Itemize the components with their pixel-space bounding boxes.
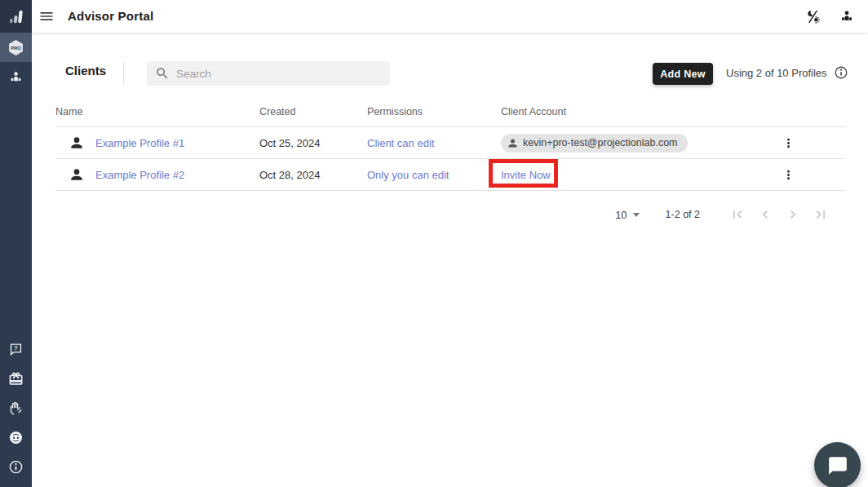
chevron-down-icon (633, 213, 640, 217)
next-page-button[interactable] (783, 205, 803, 224)
pro-badge-icon: PRO (7, 39, 24, 56)
table-row: Example Profile #2 Oct 28, 2024 Only you… (55, 159, 846, 191)
permissions-link[interactable]: Only you can edit (367, 169, 449, 181)
permissions-link[interactable]: Client can edit (367, 137, 434, 149)
profile-avatar-icon (69, 135, 85, 151)
profile-avatar-icon (69, 166, 85, 183)
svg-text:PRO: PRO (11, 45, 21, 50)
account-icon (839, 8, 855, 24)
clients-icon (8, 69, 24, 85)
appbar: Advisor Portal (32, 0, 868, 33)
client-account-chip: kevin+pro-test@projectionlab.com (501, 134, 688, 153)
search-input[interactable] (176, 68, 382, 80)
table-header-row: Name Created Permissions Client Account (55, 96, 846, 127)
profile-name-link[interactable]: Example Profile #2 (95, 169, 184, 181)
sidebar-item-pro[interactable]: PRO (0, 33, 32, 62)
profile-name-link[interactable]: Example Profile #1 (95, 137, 184, 149)
chat-bubble-icon (827, 455, 848, 476)
kebab-icon (782, 168, 795, 182)
sidebar-item-feedback[interactable]: ? (0, 334, 32, 364)
hamburger-icon (38, 8, 55, 24)
table-row: Example Profile #1 Oct 25, 2024 Client c… (55, 127, 846, 159)
section-heading: Clients (65, 64, 106, 77)
sidebar-item-discord[interactable] (0, 423, 32, 452)
search-icon (155, 66, 170, 81)
sidebar-item-clients[interactable] (0, 62, 32, 91)
discord-icon (8, 430, 24, 445)
profile-usage-label: Using 2 of 10 Profiles (726, 67, 827, 79)
row-menu-button[interactable] (778, 133, 798, 153)
table-pagination: 10 1-2 of 2 (55, 202, 846, 227)
hand-icon (8, 401, 24, 416)
logo-bars-icon (7, 7, 25, 25)
column-header-permissions[interactable]: Permissions (367, 106, 501, 117)
chevron-left-icon (757, 206, 773, 223)
chat-fab-button[interactable] (814, 442, 861, 487)
sidebar-item-gift[interactable] (0, 364, 32, 393)
rows-per-page-select[interactable]: 10 (615, 209, 639, 221)
last-page-icon (813, 206, 829, 223)
invite-now-link[interactable]: Invite Now (501, 169, 551, 181)
column-header-client-account[interactable]: Client Account (501, 106, 764, 117)
svg-text:?: ? (14, 345, 17, 352)
profile-usage: Using 2 of 10 Profiles (726, 65, 848, 80)
chip-person-icon (507, 137, 519, 149)
column-header-name[interactable]: Name (55, 106, 259, 117)
first-page-button[interactable] (728, 205, 747, 224)
row-menu-button[interactable] (778, 165, 798, 184)
usage-info-icon[interactable] (834, 65, 848, 80)
app-logo[interactable] (0, 0, 32, 33)
previous-page-button[interactable] (755, 205, 775, 224)
feedback-question-icon: ? (8, 342, 24, 357)
sidebar-item-referrals[interactable] (0, 393, 32, 423)
first-page-icon (729, 206, 746, 223)
theme-toggle-button[interactable] (803, 7, 822, 26)
created-cell: Oct 28, 2024 (259, 169, 367, 181)
chevron-right-icon (785, 206, 801, 223)
sidebar-item-info[interactable] (0, 452, 32, 481)
menu-button[interactable] (37, 7, 56, 26)
rows-per-page-value: 10 (615, 209, 627, 221)
last-page-button[interactable] (811, 205, 830, 224)
pagination-range: 1-2 of 2 (666, 209, 700, 220)
account-button[interactable] (837, 7, 857, 26)
sidebar-bottom-group: ? (0, 334, 32, 481)
info-icon (8, 459, 24, 475)
theme-toggle-icon (804, 8, 822, 25)
appbar-actions (803, 0, 857, 33)
gift-icon (8, 371, 24, 387)
sidebar: PRO ? (0, 0, 32, 487)
add-new-button[interactable]: Add New (653, 63, 713, 85)
created-cell: Oct 25, 2024 (259, 137, 367, 149)
kebab-icon (782, 136, 795, 150)
clients-table: Name Created Permissions Client Account … (55, 96, 846, 191)
page-title: Advisor Portal (68, 0, 153, 33)
heading-divider (123, 61, 124, 86)
search-box (147, 61, 390, 86)
client-account-email: kevin+pro-test@projectionlab.com (523, 137, 678, 148)
column-header-created[interactable]: Created (259, 106, 367, 117)
